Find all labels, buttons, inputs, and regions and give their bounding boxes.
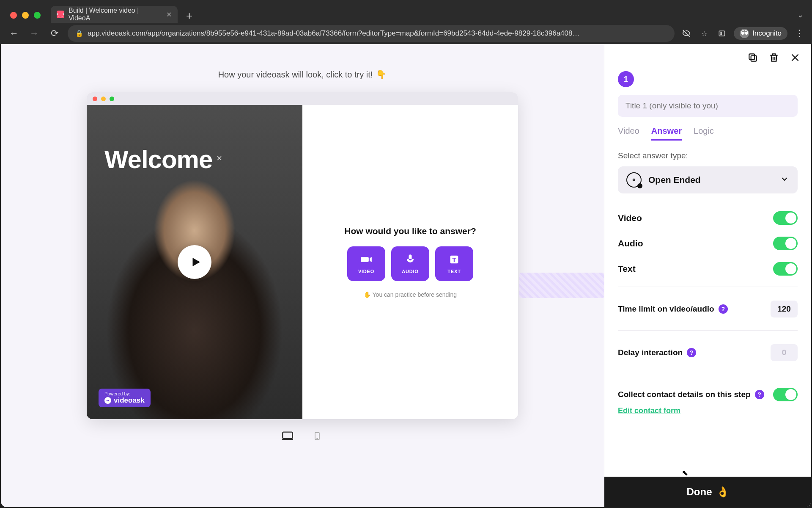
camera-icon <box>360 254 372 265</box>
window-minimize-icon[interactable] <box>22 12 29 19</box>
eye-off-icon[interactable] <box>680 28 692 39</box>
window-close-icon[interactable] <box>10 12 17 19</box>
delete-button[interactable] <box>768 52 780 64</box>
delay-input[interactable] <box>771 344 798 361</box>
time-limit-label: Time limit on video/audio <box>618 304 714 314</box>
close-panel-button[interactable] <box>789 52 801 64</box>
answer-video-label: VIDEO <box>358 269 374 274</box>
preview-hint: How your videoask will look, click to tr… <box>218 69 387 80</box>
videoask-logo-icon: •• <box>104 397 111 404</box>
reload-button[interactable]: ⟳ <box>47 26 62 41</box>
incognito-icon: 🕶 <box>740 29 749 38</box>
address-bar[interactable]: 🔒 app.videoask.com/app/organizations/8b9… <box>68 25 675 42</box>
toggle-collect-contact[interactable] <box>773 388 798 401</box>
browser-menu-icon[interactable]: ⋮ <box>793 28 805 39</box>
done-label: Done <box>687 486 712 498</box>
video-title: Welcome× <box>104 145 222 174</box>
done-button[interactable]: Done 👌 <box>604 477 811 507</box>
ok-hand-icon: 👌 <box>716 486 729 498</box>
editor-body: 1 Video Answer Logic Select answer type:… <box>604 71 811 477</box>
play-icon <box>189 256 202 268</box>
collect-contact-row: Collect contact details on this step ? <box>618 380 798 403</box>
address-icons: ☆ 🕶 Incognito ⋮ <box>680 27 805 40</box>
lock-icon: 🔒 <box>75 30 83 37</box>
time-limit-row: Time limit on video/audio ? <box>618 293 798 325</box>
preview-minimize-icon <box>101 97 106 101</box>
answer-type-select[interactable]: Open Ended <box>618 166 798 193</box>
delay-row: Delay interaction ? <box>618 337 798 369</box>
close-icon <box>790 52 801 63</box>
answer-audio-button[interactable]: AUDIO <box>391 246 429 281</box>
editor-top-actions <box>604 44 811 71</box>
play-button[interactable] <box>178 245 211 279</box>
answer-options: VIDEO AUDIO T TEXT <box>347 246 473 281</box>
window-fullscreen-icon[interactable] <box>34 12 41 19</box>
star-icon[interactable]: ☆ <box>698 28 710 39</box>
svg-rect-4 <box>283 432 292 439</box>
delay-help-icon[interactable]: ? <box>687 348 696 357</box>
toggle-audio[interactable] <box>773 237 798 250</box>
preview-area: How your videoask will look, click to tr… <box>1 44 604 507</box>
collect-help-icon[interactable]: ? <box>755 390 764 399</box>
answer-type-value: Open Ended <box>648 175 701 185</box>
incognito-badge[interactable]: 🕶 Incognito <box>734 27 787 40</box>
window-traffic-lights <box>10 12 41 19</box>
svg-text:T: T <box>452 256 456 263</box>
background-decoration <box>519 273 604 298</box>
video-pane[interactable]: Welcome× Powered by: •• videoask <box>87 105 302 419</box>
new-tab-button[interactable]: + <box>186 9 192 22</box>
step-title-input[interactable] <box>618 95 798 117</box>
tab-favicon-icon: •‿• <box>57 11 64 18</box>
time-limit-help-icon[interactable]: ? <box>719 304 728 314</box>
trash-icon <box>768 52 779 63</box>
answer-audio-label: AUDIO <box>402 269 418 274</box>
copy-icon <box>747 52 758 63</box>
answer-video-button[interactable]: VIDEO <box>347 246 385 281</box>
tab-logic[interactable]: Logic <box>694 126 714 141</box>
practice-note: ✋ You can practice before sending <box>364 291 457 298</box>
editor-panel: 1 Video Answer Logic Select answer type:… <box>604 44 811 507</box>
collect-contact-label: Collect contact details on this step <box>618 390 751 399</box>
powered-by-badge[interactable]: Powered by: •• videoask <box>99 389 151 407</box>
preview-close-icon <box>93 97 97 101</box>
toggle-video[interactable] <box>773 211 798 225</box>
point-down-icon: 👇 <box>376 69 387 80</box>
tabs-dropdown-icon[interactable]: ⌄ <box>797 10 804 19</box>
edit-contact-form-link[interactable]: Edit contact form <box>618 406 680 415</box>
toggle-text-row: Text <box>618 256 798 282</box>
preview-titlebar <box>87 92 518 105</box>
incognito-label: Incognito <box>752 29 782 38</box>
browser-tab[interactable]: •‿• Build | Welcome video | VideoA ✕ <box>51 6 178 23</box>
svg-rect-1 <box>720 32 721 35</box>
answer-text-button[interactable]: T TEXT <box>435 246 473 281</box>
app-viewport: How your videoask will look, click to tr… <box>1 44 811 507</box>
duplicate-button[interactable] <box>747 52 759 64</box>
forward-button[interactable]: → <box>27 26 41 41</box>
step-badge: 1 <box>618 71 634 87</box>
preview-body: Welcome× Powered by: •• videoask How w <box>87 105 518 419</box>
tab-title: Build | Welcome video | VideoA <box>69 7 162 22</box>
browser-chrome: •‿• Build | Welcome video | VideoA ✕ + ⌄… <box>0 0 812 44</box>
powered-name: videoask <box>114 396 145 405</box>
editor-tabs: Video Answer Logic <box>618 126 798 141</box>
tab-answer[interactable]: Answer <box>651 126 682 141</box>
preview-hint-text: How your videoask will look, click to tr… <box>218 70 373 80</box>
tab-close-icon[interactable]: ✕ <box>166 11 172 19</box>
svg-rect-7 <box>751 56 757 61</box>
toggle-video-label: Video <box>618 213 642 223</box>
time-limit-input[interactable] <box>771 301 798 318</box>
desktop-preview-button[interactable] <box>279 429 296 443</box>
extension-icon[interactable] <box>716 28 728 39</box>
preview-window[interactable]: Welcome× Powered by: •• videoask How w <box>87 92 518 419</box>
url-text: app.videoask.com/app/organizations/8b955… <box>88 29 579 38</box>
answer-pane: How would you like to answer? VIDEO AUDI… <box>302 105 518 419</box>
answer-question: How would you like to answer? <box>344 226 476 236</box>
tab-video[interactable]: Video <box>618 126 639 141</box>
toggle-text[interactable] <box>773 262 798 276</box>
overlay-close-icon[interactable]: × <box>217 153 222 163</box>
mobile-preview-button[interactable] <box>309 429 326 443</box>
open-ended-icon <box>626 172 642 188</box>
svg-point-9 <box>633 179 635 181</box>
back-button[interactable]: ← <box>7 26 21 41</box>
delay-label: Delay interaction <box>618 348 683 357</box>
